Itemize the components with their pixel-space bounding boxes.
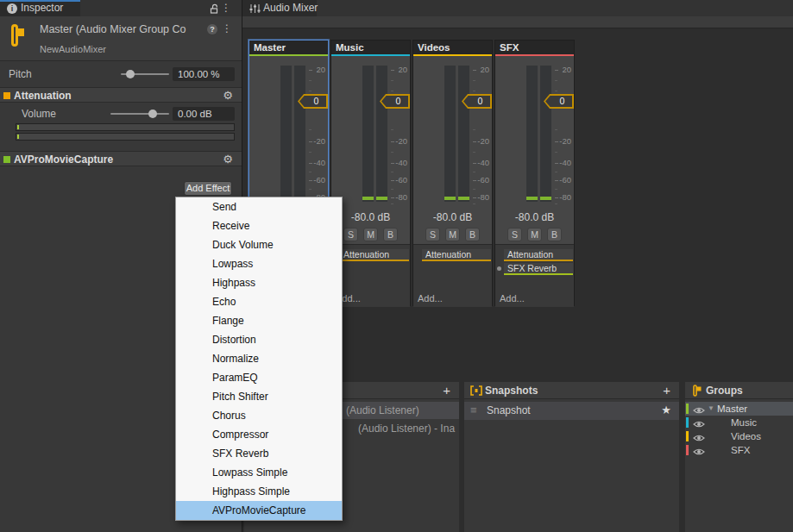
channel-strip[interactable]: Videos 20-20-40-60-80 0 -80.0 dB SMB Att… xyxy=(412,40,493,306)
effect-menu-item[interactable]: Lowpass xyxy=(176,254,342,273)
tab-audio-mixer[interactable]: Audio Mixer xyxy=(242,0,317,16)
drag-handle-icon[interactable]: ≡ xyxy=(470,404,477,416)
scale-tick xyxy=(309,80,312,81)
effect-menu-item[interactable]: Receive xyxy=(176,216,342,235)
strip-body: 20-20-40-60-80 0 -80.0 dB SMB xyxy=(495,56,574,244)
s-button[interactable]: S xyxy=(425,228,440,241)
volume-fader[interactable]: 0 xyxy=(462,94,492,109)
scale-tick xyxy=(555,129,557,130)
volume-slider-handle[interactable] xyxy=(148,110,157,118)
scale-tick xyxy=(555,80,557,81)
m-button[interactable]: M xyxy=(527,228,542,241)
strip-name: SFX xyxy=(495,41,574,54)
foldout-icon[interactable]: ▼ xyxy=(708,402,714,416)
eye-icon[interactable] xyxy=(693,434,705,442)
effect-menu-item[interactable]: Highpass Simple xyxy=(176,482,342,501)
m-button[interactable]: M xyxy=(363,228,378,241)
avpro-section-header[interactable]: AVProMovieCapture ⚙ xyxy=(0,151,242,166)
effects-area: Attenuation Add... xyxy=(331,244,410,307)
effect-slot[interactable]: Attenuation xyxy=(422,249,491,261)
window-menu-icon[interactable]: ⋮ xyxy=(221,3,231,13)
scale-tick xyxy=(309,152,312,153)
effect-slot[interactable]: Attenuation xyxy=(504,249,573,261)
eye-icon[interactable] xyxy=(693,446,705,460)
effect-menu-item[interactable]: Lowpass Simple xyxy=(176,463,342,482)
s-button[interactable]: S xyxy=(343,228,358,241)
add-effect-slot[interactable]: Add... xyxy=(500,293,525,304)
tab-inspector[interactable]: i Inspector xyxy=(0,0,80,16)
channel-strip[interactable]: SFX 20-20-40-60-80 0 -80.0 dB SMB Attenu… xyxy=(494,40,575,306)
group-row-music[interactable]: Music xyxy=(685,416,793,429)
star-icon[interactable]: ★ xyxy=(661,404,671,416)
effect-menu-item[interactable]: Pitch Shifter xyxy=(176,387,342,406)
add-mixer-button[interactable]: + xyxy=(443,383,450,397)
strip-title: SFX xyxy=(495,41,574,54)
scale-label: -80 xyxy=(543,192,571,202)
gear-icon[interactable]: ⚙ xyxy=(223,89,233,102)
add-effect-button[interactable]: Add Effect xyxy=(184,181,232,196)
eye-icon[interactable] xyxy=(693,420,705,429)
b-button[interactable]: B xyxy=(547,228,562,241)
effect-enabled-bullet[interactable] xyxy=(3,156,10,163)
add-snapshot-button[interactable]: + xyxy=(663,383,670,397)
fader-value: 0 xyxy=(551,94,574,109)
scale-tick xyxy=(391,189,393,190)
unlock-icon[interactable] xyxy=(209,3,219,14)
effect-menu-item[interactable]: Compressor xyxy=(176,425,342,444)
attenuation-section-header[interactable]: Attenuation ⚙ xyxy=(0,87,242,103)
b-button[interactable]: B xyxy=(465,228,480,241)
wet-mix-dot[interactable] xyxy=(497,266,501,271)
effect-menu-item[interactable]: Duck Volume xyxy=(176,235,342,254)
scale-label: -40 xyxy=(461,158,489,167)
group-row-videos[interactable]: Videos xyxy=(685,429,793,443)
scale-label: 20 xyxy=(297,65,325,74)
effect-enabled-bullet[interactable] xyxy=(3,92,10,99)
group-row-sfx[interactable]: SFX xyxy=(685,443,793,457)
scale-tick xyxy=(391,91,393,91)
scale-tick xyxy=(473,129,475,130)
effect-menu-item[interactable]: Highpass xyxy=(176,273,342,292)
scale-tick xyxy=(473,152,475,153)
context-menu-icon[interactable]: ⋮ xyxy=(222,23,232,34)
eye-icon[interactable] xyxy=(693,448,705,456)
level-readout: -80.0 dB xyxy=(495,211,574,223)
volume-fader[interactable]: 0 xyxy=(298,94,328,109)
volume-fader[interactable]: 0 xyxy=(380,94,410,109)
effect-menu-item[interactable]: Normalize xyxy=(176,349,342,368)
effect-slot[interactable]: SFX Reverb xyxy=(504,263,573,275)
scale-tick xyxy=(391,152,393,153)
pitch-value-field[interactable]: 100.00 % xyxy=(173,67,235,81)
snapshot-label: Snapshot xyxy=(487,404,531,416)
pitch-slider-handle[interactable] xyxy=(126,70,135,78)
eye-icon[interactable] xyxy=(693,406,705,415)
effect-menu-item[interactable]: Flange xyxy=(176,311,342,330)
effect-menu-item[interactable]: ParamEQ xyxy=(176,368,342,387)
effect-slot-label: Attenuation xyxy=(422,249,491,260)
group-row-master[interactable]: ▼Master xyxy=(685,402,793,416)
help-icon[interactable]: ? xyxy=(207,24,217,34)
group-color-bar xyxy=(686,445,689,455)
effect-menu-item[interactable]: Send xyxy=(176,197,342,216)
effect-menu-item[interactable]: Chorus xyxy=(176,406,342,425)
volume-slider[interactable] xyxy=(110,113,169,115)
effect-slot[interactable]: Attenuation xyxy=(340,249,409,261)
strip-body: 20-20-40-60-80 0 -80.0 dB SMB xyxy=(413,56,492,244)
effect-slot-underline xyxy=(504,273,573,275)
effect-menu-item[interactable]: SFX Reverb xyxy=(176,444,342,463)
scale-tick xyxy=(309,172,312,172)
snapshots-title: Snapshots xyxy=(485,385,538,397)
gear-icon[interactable]: ⚙ xyxy=(223,153,233,166)
snapshot-row[interactable]: ≡ Snapshot ★ xyxy=(464,402,679,420)
volume-value-field[interactable]: 0.00 dB xyxy=(173,107,235,121)
fader-value: 0 xyxy=(305,94,328,109)
scale-tick xyxy=(555,189,557,190)
m-button[interactable]: M xyxy=(445,228,460,241)
effect-menu-item[interactable]: Distortion xyxy=(176,330,342,349)
add-effect-slot[interactable]: Add... xyxy=(418,293,443,304)
tab-label: Inspector xyxy=(21,0,63,16)
effect-menu-item[interactable]: AVProMovieCapture xyxy=(176,501,342,520)
effect-menu-item[interactable]: Echo xyxy=(176,292,342,311)
s-button[interactable]: S xyxy=(507,228,522,241)
b-button[interactable]: B xyxy=(383,228,398,241)
volume-fader[interactable]: 0 xyxy=(544,94,574,109)
